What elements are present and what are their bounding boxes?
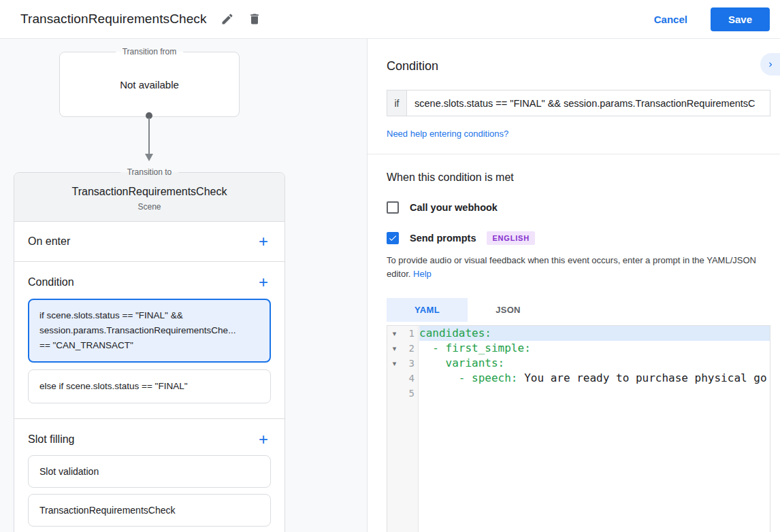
code-text[interactable] (419, 386, 770, 401)
top-bar: TransactionRequirementsCheck Cancel Save (0, 0, 780, 39)
edit-scene-button[interactable] (221, 12, 234, 26)
scene-type: Scene (22, 202, 276, 212)
line-number: 5 (400, 388, 419, 399)
if-condition-row: if (387, 90, 770, 116)
main-content: Transition from Not available Transition… (0, 39, 780, 532)
add-condition-button[interactable]: + (256, 273, 271, 292)
yaml-key-token: - speech: (419, 371, 518, 384)
tab-json[interactable]: JSON (468, 298, 549, 322)
call-webhook-checkbox[interactable] (387, 201, 399, 214)
code-text[interactable]: - first_simple: (419, 341, 770, 356)
code-line: 5 (387, 386, 770, 401)
line-number: 3 (400, 358, 419, 369)
transition-from-label: Transition from (116, 47, 184, 56)
gutter-cell: 5 (387, 386, 419, 401)
save-button[interactable]: Save (711, 7, 770, 31)
cancel-button[interactable]: Cancel (643, 8, 698, 31)
pencil-icon (221, 12, 234, 26)
condition-card[interactable]: if scene.slots.status == "FINAL" &&sessi… (28, 299, 271, 363)
line-number: 1 (400, 328, 419, 339)
code-line: ▾1candidates: (387, 326, 770, 341)
condition-input-section: Condition if Need help entering conditio… (368, 39, 780, 139)
slot-filling-card[interactable]: Slot validation (28, 455, 271, 488)
editor-tab-bar: YAMLJSON (387, 298, 770, 322)
condition-card[interactable]: else if scene.slots.status == "FINAL" (28, 369, 271, 403)
tab-yaml[interactable]: YAML (387, 298, 468, 322)
transition-to-label: Transition to (120, 167, 179, 177)
on-enter-section: On enter + (14, 222, 285, 262)
condition-editor-pane: Condition if Need help entering conditio… (368, 39, 780, 532)
slot-filling-section-label: Slot filling (28, 433, 74, 446)
call-webhook-label[interactable]: Call your webhook (410, 202, 498, 213)
scene-card-header[interactable]: TransactionRequirementsCheck Scene (14, 173, 285, 222)
fold-toggle-icon[interactable]: ▾ (389, 329, 400, 338)
gutter-cell: ▾1 (387, 326, 419, 341)
checkmark-icon (388, 233, 397, 243)
condition-section: Condition + if scene.slots.status == "FI… (14, 262, 285, 419)
yaml-code-editor[interactable]: ▾1candidates:▾2 - first_simple:▾3 varian… (387, 325, 770, 532)
condition-card-line: else if scene.slots.status == "FINAL" (39, 379, 259, 394)
if-prefix-label: if (387, 90, 406, 116)
on-enter-label: On enter (28, 235, 70, 248)
condition-help-link[interactable]: Need help entering conditions? (387, 129, 508, 139)
yaml-key-token: variants: (419, 356, 504, 369)
code-line: 4 - speech: You are ready to purchase ph… (387, 371, 770, 386)
send-prompts-checkbox[interactable] (387, 232, 399, 244)
trash-icon (248, 12, 261, 26)
code-text[interactable]: candidates: (419, 326, 770, 341)
prompts-helper-text: To provide audio or visual feedback when… (387, 254, 770, 281)
line-number: 2 (400, 343, 419, 354)
gutter-cell: ▾2 (387, 341, 419, 356)
delete-scene-button[interactable] (248, 12, 261, 26)
webhook-row: Call your webhook (387, 201, 770, 214)
condition-section-label: Condition (28, 276, 74, 288)
code-line: ▾2 - first_simple: (387, 341, 770, 356)
slot-filling-section: Slot filling + Slot validationTransactio… (14, 419, 285, 532)
code-text[interactable]: variants: (419, 356, 770, 371)
language-badge: ENGLISH (487, 231, 535, 245)
line-number: 4 (400, 373, 419, 384)
gutter-cell: ▾3 (387, 356, 419, 371)
code-line: ▾3 variants: (387, 356, 770, 371)
yaml-key-token: candidates: (419, 327, 491, 339)
condition-card-line: session.params.TransactionRequirementsCh… (39, 323, 259, 338)
when-met-title: When this condition is met (387, 171, 770, 184)
condition-panel-title: Condition (387, 59, 770, 73)
collapse-panel-button[interactable] (760, 53, 780, 76)
condition-card-line: == "CAN_TRANSACT" (39, 338, 259, 353)
fold-toggle-icon[interactable]: ▾ (389, 344, 400, 353)
page-title: TransactionRequirementsCheck (20, 12, 207, 27)
gutter-cell: 4 (387, 371, 419, 386)
yaml-value-token: You are ready to purchase physical go (518, 371, 767, 384)
scene-diagram-pane: Transition from Not available Transition… (0, 39, 368, 532)
scene-name: TransactionRequirementsCheck (22, 186, 276, 198)
chevron-right-icon (766, 60, 775, 69)
condition-card-list: if scene.slots.status == "FINAL" &&sessi… (28, 299, 271, 403)
when-met-section: When this condition is met Call your web… (368, 154, 780, 532)
slot-card-list: Slot validationTransactionRequirementsCh… (28, 455, 271, 527)
send-prompts-row: Send prompts ENGLISH (387, 231, 770, 245)
yaml-key-token: - first_simple: (419, 342, 531, 354)
send-prompts-label[interactable]: Send prompts (410, 233, 476, 244)
transition-from-box: Transition from Not available (59, 52, 240, 117)
help-link[interactable]: Help (413, 269, 432, 279)
code-text[interactable]: - speech: You are ready to purchase phys… (419, 371, 770, 386)
slot-filling-card[interactable]: TransactionRequirementsCheck (28, 494, 271, 527)
add-on-enter-button[interactable]: + (256, 232, 271, 251)
connector-line (148, 118, 150, 154)
condition-expression-input[interactable] (406, 90, 770, 116)
connector-arrowhead-icon (145, 154, 153, 161)
fold-toggle-icon[interactable]: ▾ (389, 359, 400, 368)
transition-from-value: Not available (60, 52, 239, 116)
add-slot-button[interactable]: + (256, 430, 271, 449)
transition-to-card: Transition to TransactionRequirementsChe… (14, 172, 285, 532)
code-line-list: ▾1candidates:▾2 - first_simple:▾3 varian… (387, 326, 770, 401)
condition-card-line: if scene.slots.status == "FINAL" && (39, 308, 259, 323)
